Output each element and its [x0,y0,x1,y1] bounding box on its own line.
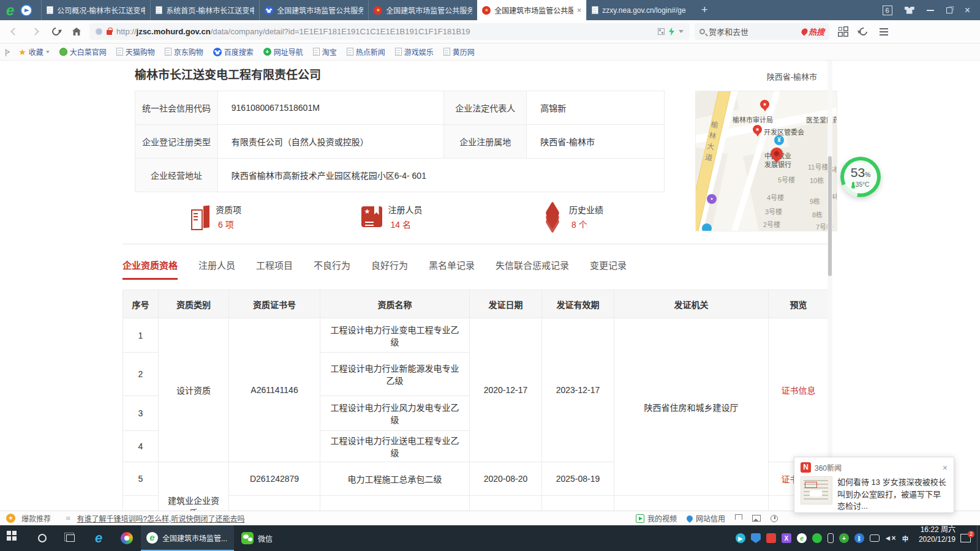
wechat-task-button[interactable]: 微信 [234,525,280,551]
legal-person-value: 高锦新 [527,91,665,125]
back-button[interactable] [6,24,22,40]
ime-indicator[interactable]: 中 [900,533,910,543]
bookmark-games[interactable]: 游戏娱乐 [395,47,434,57]
green-circle-tray-icon[interactable] [812,533,822,543]
address-bar[interactable]: http://jzsc.mohurd.gov.cn/data/company/d… [89,23,690,40]
browser-speed-ball[interactable]: 53% 35°C [840,157,881,197]
qr-code-icon[interactable] [658,28,665,35]
refresh-button[interactable] [48,24,64,40]
minimize-button[interactable] [927,10,934,11]
tab-changes[interactable]: 变更记录 [590,254,627,280]
green-e-tray-icon[interactable]: e [797,533,807,543]
menu-button[interactable] [876,24,892,40]
screenshot-icon[interactable] [752,515,761,522]
url-path: /data/company/detail?id=1E1E1F181E191C1C… [211,27,470,36]
shield-icon[interactable] [735,514,742,523]
browser-360-button[interactable] [113,525,141,551]
speed-mode-icon[interactable] [669,28,674,36]
page-scrollbar-thumb[interactable] [828,156,832,276]
tab-good-behavior[interactable]: 良好行为 [371,254,408,280]
maximize-button[interactable] [946,7,952,13]
speed-test-icon[interactable] [771,515,778,522]
tab-qualifications[interactable]: 企业资质资格 [123,254,178,280]
stat-history-projects[interactable]: 历史业绩8 个 [542,200,603,234]
tab-dishonesty[interactable]: 失信联合惩戒记录 [496,254,569,280]
tab-nea-login[interactable]: zzxy.nea.gov.cn/login#/ge [586,0,695,20]
favorites-menu[interactable]: ★收藏 [18,47,50,57]
stat-registered-staff[interactable]: 注册人员14 名 [361,200,423,234]
certificate-info-link[interactable]: 证书信息 [782,386,816,395]
tab-bad-behavior[interactable]: 不良行为 [314,254,350,280]
stat-qualifications[interactable]: 资质项6 项 [191,200,241,234]
tab-registered-staff[interactable]: 注册人员 [198,254,235,280]
popup-close-icon[interactable]: × [943,463,948,473]
chevron-down-icon[interactable] [679,30,684,33]
tab-blacklist[interactable]: 黑名单记录 [429,254,475,280]
bookmark-dabaicai[interactable]: 大白菜官网 [59,47,107,57]
cell-seq [123,496,159,511]
tab-jzsc-2[interactable]: ★ 全国建筑市场监管公共服务 [368,0,477,20]
url-text[interactable]: http://jzsc.mohurd.gov.cn/data/company/d… [116,27,654,36]
close-window-button[interactable]: × [965,6,970,15]
bookmark-baidu[interactable]: 百度搜索 [213,47,254,57]
recently-closed-button[interactable] [855,24,871,40]
bookmark-jd[interactable]: 京东购物 [165,47,203,57]
action-center-icon[interactable]: 2 [960,534,971,542]
tab-jzsc-1[interactable]: 全国建筑市场监管公共服务 [259,0,368,20]
bluetooth-tray-icon[interactable]: ᛒ [854,533,864,543]
page-scrollbar-track[interactable] [827,61,832,511]
search-button[interactable] [28,525,56,551]
site-credit-button[interactable]: 网站信用 [687,513,725,523]
bookmark-tmall[interactable]: 天猫购物 [116,47,155,57]
news-thumbnail[interactable] [801,476,832,504]
map-pin[interactable] [702,223,712,231]
start-button[interactable] [0,525,28,551]
health-plus-tray-icon[interactable]: + [839,533,849,543]
recommended-link[interactable]: 有谁了解千锋培训吗?怎么样,听说快倒闭了还能去吗 [77,513,244,523]
tab-company-overview[interactable]: 公司概况-榆林市长江送变电 [41,0,150,20]
search-box[interactable]: 贺孝和去世 热搜 [695,23,829,40]
news-headline[interactable]: 如何看待 13 岁女孩深夜被校长叫到办公室殴打，被逼写下早恋检讨... [837,476,948,512]
home-button[interactable] [69,24,85,40]
tab-count-badge[interactable]: 6 [883,6,892,15]
sidebar-expander-icon[interactable]: |> [5,48,9,56]
purple-x-tray-icon[interactable]: X [782,533,791,543]
red-app-tray-icon[interactable] [766,533,776,543]
search-input[interactable]: 贺孝和去世 [709,26,798,37]
map-star-pin[interactable]: ★ [753,125,762,134]
apps-grid-button[interactable] [834,24,850,40]
site-info-icon[interactable] [96,28,102,35]
tab-system-home[interactable]: 系统首页-榆林市长江送变电 [150,0,259,20]
new-tab-button[interactable]: + [695,0,714,20]
bookmark-news[interactable]: 热点新闻 [347,47,385,57]
news-popup[interactable]: N 360新闻 × 如何看待 13 岁女孩深夜被校长叫到办公室殴打，被逼写下早恋… [794,457,954,513]
col-name: 资质名称 [320,290,470,318]
tab-jzsc-active[interactable]: ★ 全国建筑市场监管公共服务 × [477,0,586,20]
map-star-pin[interactable]: ★ [760,100,769,109]
bookmark-nav[interactable]: +网址导航 [263,47,303,57]
show-desktop-button[interactable] [977,525,980,551]
location-map[interactable]: 榆林大道 ★ 榆林市审计局 医圣堂医药 ★ 开发区管委会 ¥ 中国农业 发展银行… [695,91,837,231]
forward-button[interactable] [27,24,43,40]
security-shield-tray-icon[interactable] [751,533,761,543]
tab-projects[interactable]: 工程项目 [256,254,293,280]
display-tray-icon[interactable] [870,534,880,542]
phone-tray-icon[interactable] [827,533,834,543]
bookmark-taobao[interactable]: 淘宝 [313,47,337,57]
hot-search-button[interactable]: 热搜 [802,26,824,37]
collapse-icon[interactable]: ≋ [66,515,70,522]
map-bank-pin[interactable]: ¥ [774,135,784,145]
hot-recommend-label[interactable]: 爆款推荐 [21,513,51,523]
active-task-jzsc[interactable]: e 全国建筑市场监管... [141,525,234,551]
cell-qualification-name: 工程设计电力行业送电工程专业乙级 [320,431,470,462]
media-player-tray-icon[interactable]: ▶ [736,533,745,543]
skin-icon[interactable] [905,7,914,14]
volume-muted-tray-icon[interactable]: ◄× [885,533,895,543]
taskbar-clock[interactable]: 16:22 周六 2020/12/19 [914,525,960,551]
task-view-button[interactable] [56,525,85,551]
my-video-button[interactable]: 我的视频 [636,513,677,523]
ie-browser-button[interactable]: e [85,525,113,551]
tab-close-icon[interactable]: × [577,6,582,15]
bookmark-huangli[interactable]: 黄历网 [443,47,475,57]
map-shop-pin[interactable]: ▪ [707,194,717,204]
